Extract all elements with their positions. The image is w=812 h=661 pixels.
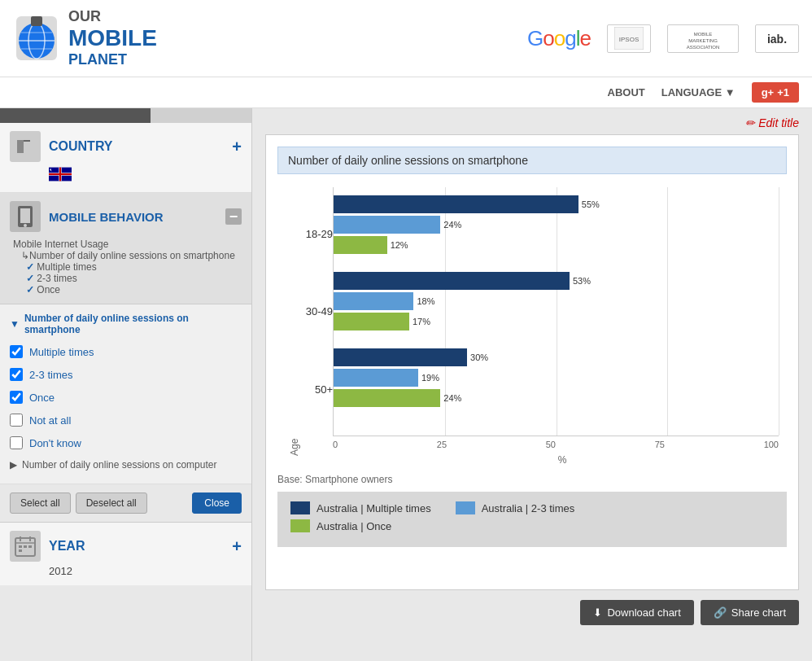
- download-icon: ⬇: [593, 606, 602, 619]
- bar-multiple-18-29: [334, 195, 578, 213]
- bar-group-18-29: 55% 24% 12%: [334, 187, 779, 254]
- edit-title-area: ✏ Edit title: [265, 116, 799, 129]
- select-all-button[interactable]: Select all: [10, 492, 71, 514]
- bar-label-once-18-29: 12%: [391, 240, 408, 250]
- filter-multiple-times: Multiple times: [10, 344, 242, 360]
- nav-bar: ABOUT LANGUAGE ▼ g+ +1: [0, 77, 812, 108]
- download-chart-button[interactable]: ⬇ Download chart: [580, 600, 693, 625]
- main-layout: COUNTRY +: [0, 108, 812, 661]
- filter-23-checkbox[interactable]: [10, 368, 23, 381]
- age-label-30-49: 30-49: [300, 305, 333, 317]
- age-label-18-29: 18-29: [300, 228, 333, 240]
- filter-not-at-all-label[interactable]: Not at all: [29, 414, 71, 427]
- svg-rect-19: [59, 168, 61, 182]
- nav-language[interactable]: LANGUAGE ▼: [661, 86, 736, 98]
- country-header: COUNTRY +: [10, 131, 242, 162]
- chart-inner: 18-29 30-49 50+: [333, 187, 779, 436]
- legend-label-23: Australia | 2-3 times: [482, 502, 575, 514]
- bar-row-once-50plus: 24%: [334, 389, 779, 407]
- bar-label-23-18-29: 24%: [443, 220, 461, 230]
- filter-multiple-label[interactable]: Multiple times: [29, 346, 94, 358]
- logo-mobile: MOBILE: [68, 25, 157, 51]
- svg-text:ASSOCIATION: ASSOCIATION: [687, 45, 720, 50]
- filter-multiple-checkbox[interactable]: [10, 345, 23, 358]
- mobile-internet-usage-item: Mobile Internet Usage: [13, 239, 242, 250]
- filter-dont-know-checkbox[interactable]: [10, 436, 23, 449]
- bar-label-multiple-30-49: 53%: [573, 276, 591, 286]
- bar-23-50plus: [334, 369, 418, 387]
- share-chart-label: Share chart: [731, 606, 786, 619]
- iab-logo: iab.: [755, 24, 799, 53]
- legend-color-23: [456, 501, 475, 514]
- legend-23-times: Australia | 2-3 times: [456, 501, 575, 514]
- logo-area: OUR MOBILE PLANET: [13, 8, 157, 68]
- australia-flag: [49, 167, 72, 182]
- logo-our: OUR: [68, 8, 157, 25]
- share-chart-button[interactable]: 🔗 Share chart: [701, 600, 799, 625]
- svg-rect-14: [24, 140, 30, 142]
- bar-group-30-49: 53% 18% 17%: [334, 272, 779, 330]
- gplus-button[interactable]: g+ +1: [752, 82, 799, 103]
- filter-23-label[interactable]: 2-3 times: [29, 369, 72, 381]
- edit-title-button[interactable]: ✏ Edit title: [745, 116, 799, 129]
- svg-rect-6: [31, 16, 42, 26]
- x-tick-25: 25: [437, 440, 447, 449]
- filter-once-label[interactable]: Once: [29, 392, 55, 404]
- svg-rect-28: [19, 545, 22, 548]
- bar-once-30-49: [334, 313, 409, 330]
- svg-text:IPSOS: IPSOS: [619, 36, 639, 43]
- mb-collapse-button[interactable]: −: [225, 208, 242, 225]
- x-ticks: 0 25 50 75 100: [333, 440, 779, 449]
- country-add-button[interactable]: +: [232, 138, 242, 156]
- legend-once: Australia | Once: [290, 519, 391, 532]
- legend-color-multiple: [290, 501, 310, 514]
- close-button[interactable]: Close: [192, 492, 242, 514]
- x-tick-0: 0: [333, 440, 338, 449]
- legend-row-1: Australia | Multiple times Australia | 2…: [290, 501, 774, 514]
- chart-title: Number of daily online sessions on smart…: [277, 147, 787, 174]
- legend-label-once: Australia | Once: [317, 520, 391, 532]
- gplus-icon: g+: [762, 86, 775, 98]
- bar-multiple-50plus: [334, 348, 467, 366]
- chart-actions: ⬇ Download chart 🔗 Share chart: [265, 600, 799, 625]
- year-value: 2012: [49, 565, 242, 577]
- svg-text:MOBILE: MOBILE: [694, 32, 713, 37]
- filter-triangle-icon: ▼: [10, 318, 20, 330]
- filter-once-checkbox[interactable]: [10, 391, 23, 404]
- country-title: COUNTRY: [49, 139, 224, 154]
- year-add-button[interactable]: +: [232, 537, 242, 556]
- filter-header: ▼ Number of daily online sessions on sma…: [10, 313, 242, 335]
- x-tick-100: 100: [764, 440, 779, 449]
- filter-dont-know-label[interactable]: Don't know: [29, 437, 81, 449]
- bar-row-23-30-49: 18%: [334, 292, 779, 310]
- filter-not-at-all-checkbox[interactable]: [10, 414, 23, 427]
- bar-row-23-18-29: 24%: [334, 216, 779, 234]
- mobile-behavior-section: MOBILE BEHAVIOR − Mobile Internet Usage …: [0, 193, 251, 304]
- nav-about[interactable]: ABOUT: [608, 86, 645, 98]
- edit-title-label: Edit title: [758, 116, 799, 129]
- filter-dont-know: Don't know: [10, 435, 242, 451]
- mma-logo: MOBILE MARKETING ASSOCIATION: [667, 24, 739, 53]
- bar-once-50plus: [334, 389, 440, 407]
- pencil-icon: ✏: [745, 116, 755, 129]
- legend-color-once: [290, 519, 310, 532]
- svg-point-23: [24, 224, 27, 227]
- gplus-label: +1: [777, 86, 789, 98]
- svg-rect-13: [17, 140, 24, 153]
- x-tick-50: 50: [546, 440, 556, 449]
- bar-row-multiple-30-49: 53%: [334, 272, 779, 290]
- filter-computer-title: Number of daily online sessions on compu…: [22, 459, 216, 471]
- svg-text:MARKETING: MARKETING: [688, 38, 718, 43]
- deselect-all-button[interactable]: Deselect all: [76, 492, 147, 514]
- share-icon: 🔗: [714, 606, 727, 619]
- year-header: YEAR +: [10, 531, 242, 562]
- logo-text: OUR MOBILE PLANET: [68, 8, 157, 68]
- sidebar: COUNTRY +: [0, 108, 252, 661]
- svg-text:iab.: iab.: [767, 33, 787, 46]
- bar-once-18-29: [334, 236, 387, 254]
- bar-row-23-50plus: 19%: [334, 369, 779, 387]
- chart-wrapper: Age 18-29 30-49 50+: [277, 187, 787, 466]
- grid-line-100: [779, 187, 779, 436]
- bars-area: 55% 24% 12%: [333, 187, 779, 436]
- country-section: COUNTRY +: [0, 123, 251, 193]
